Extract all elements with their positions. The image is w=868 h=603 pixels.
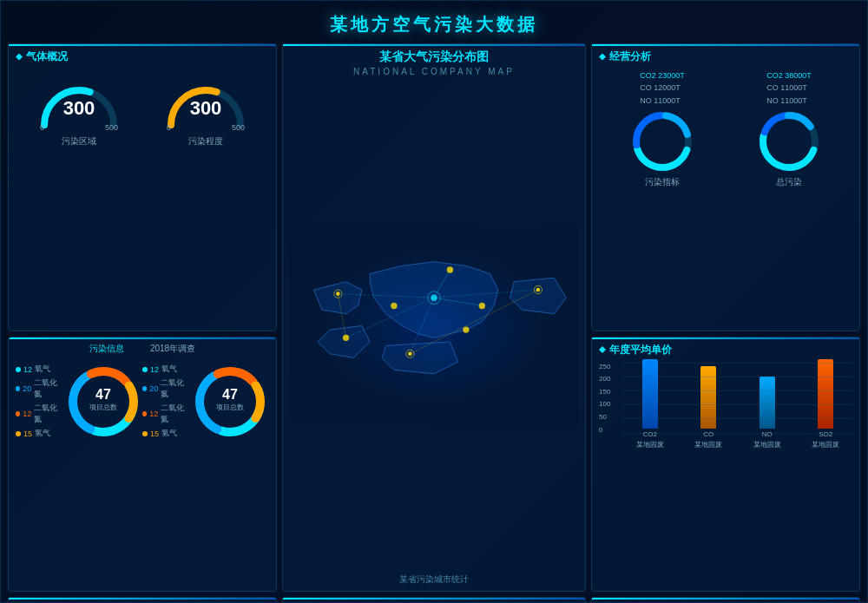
biz-left-label: 污染指标	[645, 176, 680, 188]
biz-right-labels: CO2 38000T CO 11000T NO 11000T	[766, 69, 812, 107]
y-label-200: 200	[599, 375, 610, 383]
dashboard: 某地方空气污染大数据 气体概况 300 0 500 污染区域	[0, 0, 868, 603]
donut-2-label-3: 12 二氧化氮	[142, 403, 187, 425]
bar-so2-sublabel: 某地固废	[812, 440, 839, 449]
avg-price-panel: 年度平均单价 250 200 150 100 50 0	[591, 337, 860, 592]
donut-1-label-2: 20 二氧化氮	[16, 377, 61, 400]
gauge-1-value: 300	[63, 97, 95, 120]
y-label-100: 100	[599, 400, 610, 408]
bar-chart: 250 200 150 100 50 0	[599, 363, 852, 449]
gauge-1-label: 污染区域	[62, 135, 96, 147]
donut-1-group: 12 氧气 20 二氧化氮 12 二氧化氮	[16, 358, 142, 445]
svg-point-18	[447, 266, 453, 272]
biz-donuts-row: CO2 23000T CO 12000T NO 11000T 污染指标	[599, 69, 852, 188]
donut-2-labels: 12 氧气 20 二氧化氮 12 二氧化氮	[142, 363, 187, 441]
gauge-2-max: 500	[232, 123, 245, 132]
svg-text:项目总数: 项目总数	[89, 403, 117, 411]
donut-2: 47 项目总数	[191, 358, 269, 445]
pollution-info-panel: 污染信息 2018年调查 12 氧气 20	[8, 337, 277, 592]
main-title: 某地方空气污染大数据	[8, 8, 860, 43]
svg-text:47: 47	[222, 387, 238, 402]
map-footer: 某省污染城市统计	[399, 574, 469, 586]
table-panel: 暂停项目信息 名称 归属 类型 暂停时间 原因 某地的地某地固废填埋2017-1…	[591, 597, 860, 603]
map-panel: 某省大气污染分布图 NATIONAL COMPANY MAP	[282, 43, 586, 592]
svg-point-10	[431, 295, 437, 301]
y-label-50: 50	[599, 413, 610, 421]
bar-y-axis: 250 200 150 100 50 0	[599, 363, 610, 434]
donut-2-group: 12 氧气 20 二氧化氮 12 二氧化氮	[142, 358, 269, 445]
bar-co-sublabel: 某地固废	[694, 440, 722, 449]
svg-point-16	[408, 351, 412, 356]
y-label-0: 0	[599, 426, 610, 434]
y-label-250: 250	[599, 363, 610, 370]
map-subtitle: NATIONAL COMPANY MAP	[353, 67, 515, 76]
svg-point-17	[343, 335, 349, 341]
y-label-150: 150	[599, 388, 610, 396]
donut-1-label-1: 12 氧气	[16, 364, 61, 375]
svg-point-19	[479, 303, 485, 309]
gauge-2-min: 0	[167, 123, 171, 132]
biz-donut-left: CO2 23000T CO 12000T NO 11000T 污染指标	[628, 69, 697, 188]
gas-overview-panel: 气体概况 300 0 500 污染区域	[8, 43, 277, 331]
donut-1: 47 项目总数	[64, 358, 142, 445]
gauge-2-label: 污染程度	[188, 135, 223, 147]
gas-overview-title: 气体概况	[16, 49, 269, 64]
biz-left-labels: CO2 23000T CO 12000T NO 11000T	[640, 69, 685, 107]
svg-point-14	[536, 288, 541, 292]
donut-2-label-2: 20 二氧化氮	[142, 377, 187, 400]
line-chart-panel: 某地固废-24小时烟气浓度指标 某地 某区 某地 某地区 某地 某地 总量完成率…	[8, 597, 277, 603]
gauge-row: 300 0 500 污染区域 300 0 500 污染程度	[16, 69, 269, 151]
bar-co2-sublabel: 某地固废	[636, 440, 664, 449]
gauge-1-max: 500	[105, 123, 118, 132]
gauge-2-value: 300	[190, 97, 222, 120]
biz-analysis-panel: 经营分析 CO2 23000T CO 12000T NO 11000T	[591, 43, 860, 331]
svg-point-21	[463, 326, 469, 332]
pollution-year: 2018年调查	[150, 343, 195, 355]
donut-row: 12 氧气 20 二氧化氮 12 二氧化氮	[16, 358, 269, 445]
map-area	[290, 82, 578, 570]
gauge-2: 300 0 500 污染程度	[162, 73, 249, 147]
map-title: 某省大气污染分布图	[379, 49, 489, 65]
donut-1-label-4: 15 氢气	[16, 428, 61, 439]
svg-text:项目总数: 项目总数	[216, 403, 244, 411]
gauge-1: 300 0 500 污染区域	[36, 73, 122, 147]
svg-text:47: 47	[95, 387, 111, 402]
donut-1-label-3: 12 二氧化氮	[16, 403, 61, 425]
events-panel: 未遂事件及事故事件统计 10件 未遂事件 6件 未遂事故 16件 事件统计	[282, 597, 586, 603]
bar-no-sublabel: 某地固废	[753, 440, 781, 449]
svg-point-20	[391, 303, 397, 309]
donut-2-label-4: 15 氢气	[142, 428, 187, 439]
pollution-header: 污染信息 2018年调查	[16, 343, 269, 355]
biz-analysis-title: 经营分析	[599, 49, 852, 64]
gauge-1-min: 0	[40, 123, 44, 132]
avg-price-title: 年度平均单价	[599, 343, 852, 357]
donut-1-labels: 12 氧气 20 二氧化氮 12 二氧化氮	[16, 363, 61, 441]
grid-lines	[623, 363, 852, 434]
donut-2-label-1: 12 氧气	[142, 364, 187, 375]
pollution-title-1: 污染信息	[89, 343, 124, 355]
svg-point-12	[336, 292, 340, 296]
biz-right-label: 总污染	[776, 176, 802, 188]
biz-donut-right: CO2 38000T CO 11000T NO 11000T 总污染	[754, 69, 824, 188]
